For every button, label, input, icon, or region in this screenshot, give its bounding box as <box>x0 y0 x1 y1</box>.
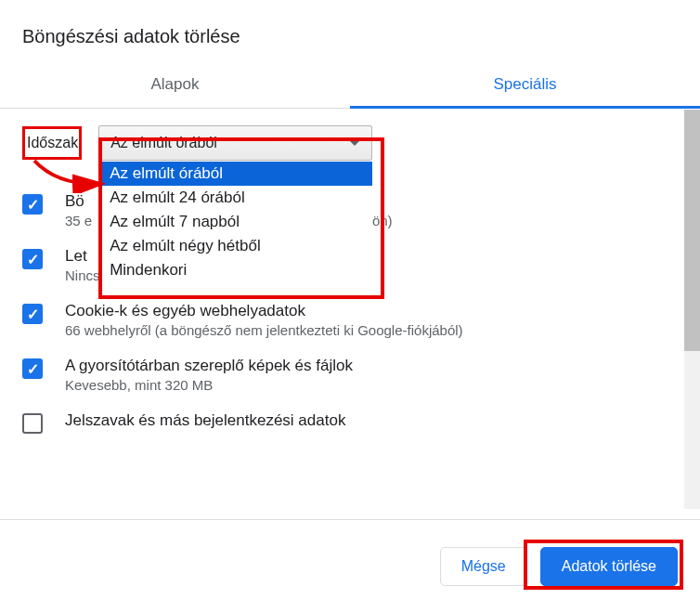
item-text: A gyorsítótárban szereplő képek és fájlo… <box>65 357 678 393</box>
dialog-footer: Mégse Adatok törlése <box>0 519 700 612</box>
tab-basic[interactable]: Alapok <box>0 62 350 108</box>
checkbox-downloads[interactable]: ✓ <box>22 249 43 269</box>
dialog-title: Böngészési adatok törlése <box>0 0 700 62</box>
check-icon: ✓ <box>27 306 39 323</box>
item-title: Jelszavak és más bejelentkezési adatok <box>65 411 678 430</box>
checkbox-cookies[interactable]: ✓ <box>22 304 43 324</box>
tab-advanced[interactable]: Speciális <box>350 62 700 109</box>
time-range-label: Időszak <box>22 126 82 160</box>
item-text: Cookie-k és egyéb webhelyadatok 66 webhe… <box>65 302 678 338</box>
time-range-select-wrapper: Az elmúlt órából Az elmúlt órából Az elm… <box>98 125 372 161</box>
chevron-down-icon <box>349 140 360 146</box>
item-subtitle: Kevesebb, mint 320 MB <box>65 377 678 393</box>
list-item: ✓ A gyorsítótárban szereplő képek és fáj… <box>22 347 678 402</box>
cancel-button[interactable]: Mégse <box>440 547 527 586</box>
item-title: A gyorsítótárban szereplő képek és fájlo… <box>65 357 678 375</box>
checkbox-passwords[interactable] <box>22 413 43 434</box>
list-item: ✓ Cookie-k és egyéb webhelyadatok 66 web… <box>22 293 678 347</box>
tabs: Alapok Speciális <box>0 62 700 109</box>
content-area: Időszak Az elmúlt órából Az elmúlt órábó… <box>0 109 700 508</box>
check-icon: ✓ <box>27 251 39 268</box>
dropdown-option-4w[interactable]: Az elmúlt négy hétből <box>98 234 372 258</box>
checkbox-history[interactable]: ✓ <box>22 194 43 215</box>
item-title: Cookie-k és egyéb webhelyadatok <box>65 302 678 320</box>
checkbox-cache[interactable]: ✓ <box>22 358 43 379</box>
scrollbar-thumb[interactable] <box>684 110 700 351</box>
time-range-dropdown: Az elmúlt órából Az elmúlt 24 órából Az … <box>98 162 372 282</box>
confirm-button[interactable]: Adatok törlése <box>540 547 678 586</box>
item-subtitle: 66 webhelyről (a böngésző nem jelentkezt… <box>65 322 678 338</box>
dropdown-option-24h[interactable]: Az elmúlt 24 órából <box>98 186 372 210</box>
check-icon: ✓ <box>27 360 39 378</box>
list-item: Jelszavak és más bejelentkezési adatok <box>22 402 678 443</box>
time-range-row: Időszak Az elmúlt órából Az elmúlt órábó… <box>22 125 678 161</box>
item-text: Jelszavak és más bejelentkezési adatok <box>65 411 678 434</box>
dropdown-option-all[interactable]: Mindenkori <box>98 258 372 282</box>
check-icon: ✓ <box>27 196 39 214</box>
dropdown-option-7d[interactable]: Az elmúlt 7 napból <box>98 210 372 234</box>
time-range-selected-value: Az elmúlt órából <box>110 135 217 151</box>
dropdown-option-1h[interactable]: Az elmúlt órából <box>98 162 372 186</box>
time-range-select[interactable]: Az elmúlt órából <box>98 125 372 161</box>
scrollbar[interactable] <box>684 110 700 509</box>
